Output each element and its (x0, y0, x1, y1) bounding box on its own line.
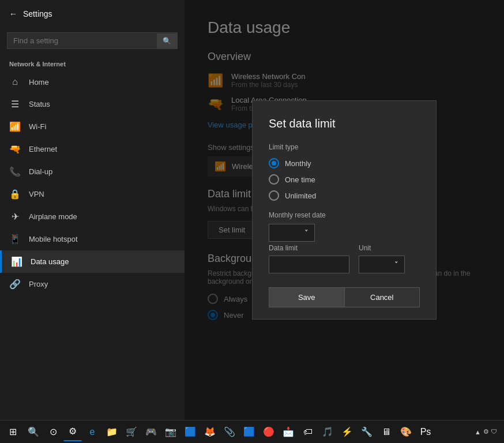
sidebar-item-label-dialup: Dial-up (29, 167, 52, 176)
explorer-icon[interactable]: 📁 (103, 423, 121, 441)
sidebar-header: ← Settings (0, 0, 185, 28)
unlimited-option[interactable]: Unlimited (269, 190, 420, 201)
wifi-icon: 📶 (9, 121, 21, 132)
taskbar-icon-6[interactable]: 🎵 (318, 423, 337, 441)
sidebar-item-label-vpn: VPN (29, 190, 44, 198)
search-taskbar-icon[interactable]: 🔍 (24, 423, 43, 441)
monthly-reset-label: Monthly reset date (269, 211, 420, 219)
unit-field-label: Unit (359, 244, 405, 252)
unit-input-group: Unit ˅ (359, 244, 405, 273)
search-input[interactable] (7, 33, 157, 48)
unit-dropdown[interactable]: ˅ (359, 256, 405, 273)
taskbar-icon-10[interactable]: 🎨 (397, 423, 415, 441)
xbox-icon[interactable]: 🎮 (142, 423, 160, 441)
modal-buttons: Save Cancel (269, 287, 420, 307)
taskbar-icon-8[interactable]: 🔧 (358, 423, 376, 441)
sidebar-section-label: Network & Internet (0, 54, 185, 71)
unit-chevron: ˅ (394, 260, 398, 269)
unlimited-label: Unlimited (285, 192, 316, 200)
sidebar-item-label-datausage: Data usage (31, 257, 69, 266)
status-icon: ☰ (9, 99, 21, 110)
vscode-icon[interactable]: 🟦 (181, 423, 200, 441)
sidebar-item-vpn[interactable]: 🔒 VPN (0, 183, 185, 205)
sidebar-item-label-ethernet: Ethernet (29, 145, 57, 153)
onetime-radio (269, 174, 279, 185)
airplane-icon: ✈ (9, 211, 21, 222)
back-button[interactable]: ← (9, 9, 17, 18)
taskbar-icon-1[interactable]: 📎 (220, 423, 239, 441)
sidebar-item-proxy[interactable]: 🔗 Proxy (0, 273, 185, 295)
home-icon: ⌂ (9, 77, 21, 87)
sidebar-title: Settings (23, 9, 52, 18)
monthly-option[interactable]: Monthly (269, 158, 420, 168)
taskbar-icon-9[interactable]: 🖥 (377, 423, 396, 441)
sidebar-item-label-hotspot: Mobile hotspot (29, 235, 78, 243)
sidebar-item-datausage[interactable]: 📊 Data usage (0, 250, 185, 273)
cancel-button[interactable]: Cancel (345, 287, 420, 307)
ps-icon[interactable]: Ps (416, 423, 435, 441)
proxy-icon: 🔗 (9, 279, 21, 290)
sidebar: ← Settings 🔍 Network & Internet ⌂ Home ☰… (0, 0, 185, 420)
sidebar-item-label-airplane: Airplane mode (29, 212, 77, 221)
store-icon[interactable]: 🛒 (122, 423, 141, 441)
sidebar-item-dialup[interactable]: 📞 Dial-up (0, 160, 185, 183)
onetime-label: One time (285, 175, 315, 184)
monthly-label: Monthly (285, 159, 311, 168)
save-button[interactable]: Save (269, 287, 345, 307)
onetime-option[interactable]: One time (269, 174, 420, 185)
limit-type-label: Limit type (269, 143, 420, 151)
search-box: 🔍 (7, 32, 178, 49)
sidebar-item-label-proxy: Proxy (29, 280, 48, 288)
tray-icon-1[interactable]: ▲ (475, 429, 481, 436)
task-view-icon[interactable]: ⊙ (44, 423, 62, 441)
modal-overlay: Set data limit Limit type Monthly One ti… (185, 0, 504, 420)
hotspot-icon: 📱 (9, 234, 21, 245)
vpn-icon: 🔒 (9, 189, 21, 200)
data-limit-row: Data limit 0 Unit ˅ (269, 244, 420, 273)
data-limit-field-label: Data limit (269, 244, 349, 252)
firefox-icon[interactable]: 🦊 (201, 423, 219, 441)
sidebar-item-hotspot[interactable]: 📱 Mobile hotspot (0, 228, 185, 250)
system-tray: ▲ ⚙ 🛡 (470, 428, 502, 436)
unlimited-radio (269, 190, 279, 201)
data-limit-input-group: Data limit 0 (269, 244, 349, 273)
sidebar-item-ethernet[interactable]: 🔫 Ethernet (0, 138, 185, 160)
sidebar-item-label-status: Status (29, 100, 50, 108)
taskbar-icon-7[interactable]: ⚡ (338, 423, 356, 441)
start-button[interactable]: ⊞ (2, 422, 23, 442)
sidebar-item-label-wifi: Wi-Fi (29, 122, 46, 131)
taskbar-icon-2[interactable]: 🟦 (240, 423, 258, 441)
search-icon-button[interactable]: 🔍 (157, 33, 177, 48)
clock: ⚙ 🛡 (483, 428, 497, 436)
monthly-radio (269, 158, 279, 168)
sidebar-item-wifi[interactable]: 📶 Wi-Fi (0, 115, 185, 138)
dialup-icon: 📞 (9, 166, 21, 177)
modal-title: Set data limit (269, 117, 420, 130)
edge-icon[interactable]: e (83, 423, 101, 441)
monthly-reset-dropdown[interactable]: ˅ (269, 224, 315, 242)
monthly-reset-chevron: ˅ (304, 228, 309, 237)
sidebar-item-airplane[interactable]: ✈ Airplane mode (0, 205, 185, 228)
taskbar-icon-4[interactable]: 📩 (279, 423, 298, 441)
taskbar-icon-5[interactable]: 🏷 (299, 423, 317, 441)
nav-list: ⌂ Home ☰ Status 📶 Wi-Fi 🔫 Ethernet 📞 Dia… (0, 71, 185, 295)
taskbar: ⊞ 🔍 ⊙ ⚙ e 📁 🛒 🎮 📷 🟦 🦊 📎 🟦 🔴 📩 🏷 🎵 ⚡ 🔧 🖥 … (0, 420, 504, 443)
set-data-limit-modal: Set data limit Limit type Monthly One ti… (252, 100, 437, 320)
sidebar-item-status[interactable]: ☰ Status (0, 93, 185, 115)
main-content: Data usage Overview 📶 Wireless Network C… (185, 0, 504, 420)
taskbar-settings-icon[interactable]: ⚙ (63, 423, 82, 441)
datausage-icon: 📊 (11, 256, 22, 267)
taskbar-icon-3[interactable]: 🔴 (259, 423, 278, 441)
ethernet-icon: 🔫 (9, 144, 21, 155)
photos-icon[interactable]: 📷 (161, 423, 180, 441)
data-limit-input[interactable]: 0 (269, 256, 349, 273)
sidebar-item-home[interactable]: ⌂ Home (0, 71, 185, 93)
sidebar-item-label-home: Home (29, 78, 49, 87)
